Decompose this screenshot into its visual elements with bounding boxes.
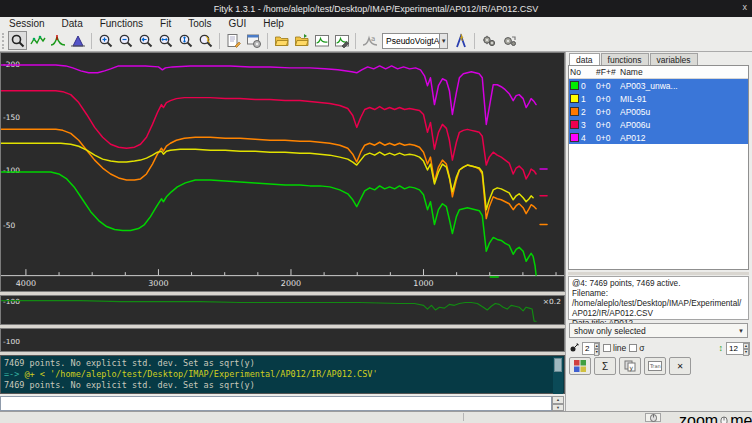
plot-edit-icon (334, 33, 350, 49)
aux-plot-1[interactable]: -100×0.2 (0, 295, 565, 325)
col-header-no[interactable]: No (569, 67, 596, 77)
output-line: 7469 points. No explicit std. dev. Set a… (4, 380, 552, 391)
mouse-icon (720, 416, 728, 423)
output-scrollbar[interactable] (553, 357, 563, 394)
col-header-name[interactable]: Name (620, 67, 748, 77)
table-row[interactable]: 1 0+0 MIL-91 (569, 92, 748, 105)
table-row[interactable]: 3 0+0 AP006u (569, 118, 748, 131)
toolbar: a PseudoVoigtA ▼ (0, 30, 752, 52)
command-history-spinner[interactable]: ▲▼ (552, 396, 564, 411)
table-row[interactable]: 4 0+0 AP012 (569, 131, 748, 144)
menu-help[interactable]: Help (263, 18, 284, 29)
drag-peak-mode-button[interactable] (68, 31, 87, 50)
table-row[interactable]: 2 0+0 AP005u (569, 105, 748, 118)
edit-script-button[interactable] (224, 31, 243, 50)
gui-config-button[interactable] (244, 31, 263, 50)
output-line: 7469 points. No explicit std. dev. Set a… (4, 358, 552, 369)
zoom-out-button[interactable] (116, 31, 135, 50)
zoom-vertical-button[interactable] (176, 31, 195, 50)
dataset-color-swatch (570, 120, 579, 129)
output-window[interactable]: 7469 points. No explicit std. dev. Set a… (0, 355, 565, 394)
svg-text:-50: -50 (3, 221, 15, 230)
sidebar-splitter[interactable] (568, 272, 749, 275)
colors-button[interactable] (569, 357, 591, 375)
mouse-settings-button[interactable] (645, 413, 661, 422)
spin-up-icon[interactable]: ▲ (552, 396, 564, 404)
zoom-vertical-icon (178, 33, 194, 49)
add-peak-mode-button[interactable] (48, 31, 67, 50)
edit-script-icon (226, 33, 242, 49)
run-script-folder-icon (294, 33, 310, 49)
aux-plot-2[interactable]: -100 (0, 328, 565, 352)
zoom-all-button[interactable] (196, 31, 215, 50)
checkbox-icon[interactable] (629, 344, 637, 352)
dataset-number: 2 (581, 107, 586, 117)
color-grid-icon (574, 360, 586, 372)
data-list-header: No #F+# Name (569, 66, 748, 79)
zoom-previous-icon (138, 33, 154, 49)
menu-functions[interactable]: Functions (100, 18, 143, 29)
dataset-fcount: 0+0 (596, 133, 620, 143)
toolbar-separator (474, 33, 475, 49)
open-session-button[interactable] (272, 31, 291, 50)
zoom-all-icon (198, 33, 214, 49)
sum-button[interactable]: Σ (594, 357, 616, 375)
auto-add-peak-button[interactable]: a (360, 31, 379, 50)
function-type-dropdown[interactable]: PseudoVoigtA ▼ (382, 33, 448, 49)
col-header-f[interactable]: #F+# (596, 67, 620, 77)
dataset-color-swatch (570, 133, 579, 142)
table-row[interactable]: 0 0+0 AP003_unwa... (569, 79, 748, 92)
info-points: @4: 7469 points, 7469 active. (572, 279, 745, 289)
sigma-checkbox[interactable]: σ (629, 343, 644, 353)
zoom-mode-button[interactable] (8, 31, 27, 50)
command-input[interactable] (0, 396, 552, 411)
point-size-value[interactable] (583, 343, 594, 354)
data-range-mode-button[interactable] (28, 31, 47, 50)
sigma-icon: Σ (602, 361, 608, 372)
close-button[interactable]: x (743, 2, 748, 12)
output-prompt: =-> (4, 369, 24, 379)
edit-plot-button[interactable] (332, 31, 351, 50)
fit-run-button[interactable] (479, 31, 498, 50)
transform-button[interactable]: Tran (644, 357, 666, 375)
menu-tools[interactable]: Tools (188, 18, 211, 29)
zoom-horizontal-icon (158, 33, 174, 49)
spin-down-icon[interactable]: ▼ (552, 404, 564, 412)
add-function-button[interactable] (451, 31, 470, 50)
svg-text:-150: -150 (3, 113, 20, 122)
menu-fit[interactable]: Fit (160, 18, 171, 29)
status-separator (463, 413, 464, 421)
save-image-button[interactable] (312, 31, 331, 50)
point-size-spinner[interactable]: ▲▼ (582, 342, 600, 355)
zoom-previous-button[interactable] (136, 31, 155, 50)
checkbox-icon[interactable] (603, 344, 611, 352)
right-button-hint: menu (730, 412, 752, 423)
gears-icon (481, 33, 497, 49)
delete-button[interactable]: ✕ (669, 357, 691, 375)
main-plot[interactable]: 4000300020001000-200-150-100-50 (0, 52, 565, 292)
line-checkbox[interactable]: line (603, 343, 626, 353)
menu-session[interactable]: Session (9, 18, 45, 29)
show-filter-value: show only selected (574, 326, 646, 336)
close-icon: ✕ (677, 362, 684, 371)
scrollbar-thumb[interactable] (554, 358, 562, 372)
svg-text:1000: 1000 (413, 279, 433, 288)
line-checkbox-label: line (613, 343, 626, 353)
menu-gui[interactable]: GUI (229, 18, 247, 29)
mouse-icon (650, 414, 657, 422)
svg-text:×0.2: ×0.2 (543, 298, 561, 307)
toolbar-separator (91, 33, 92, 49)
lambda-peak-icon (453, 33, 469, 49)
zoom-horizontal-button[interactable] (156, 31, 175, 50)
menu-data[interactable]: Data (62, 18, 83, 29)
zoom-in-button[interactable] (96, 31, 115, 50)
dataset-name: MIL-91 (620, 94, 748, 104)
data-range-icon (30, 33, 46, 49)
execute-script-button[interactable] (292, 31, 311, 50)
shift-value[interactable] (727, 343, 743, 354)
copy-data-button[interactable]: y (619, 357, 641, 375)
zoom-in-icon (98, 33, 114, 49)
shift-spinner[interactable]: ▲▼ (726, 342, 750, 355)
show-filter-dropdown[interactable]: show only selected ▼ (569, 323, 748, 338)
fit-settings-button[interactable] (499, 31, 518, 50)
